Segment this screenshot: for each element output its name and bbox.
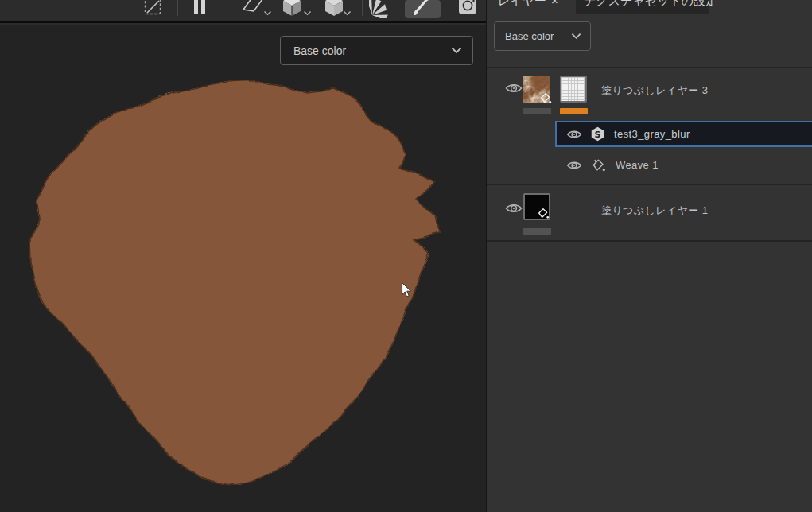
panel-divider: [487, 67, 812, 68]
particles-brush-button[interactable]: [368, 0, 392, 20]
fill-layer-content-thumbnail[interactable]: [523, 193, 550, 220]
textured-mesh-object[interactable]: [0, 25, 486, 512]
deselect-tool-button[interactable]: [141, 0, 165, 20]
toolbar-separator: [177, 0, 178, 16]
viewport-channel-value: Base color: [293, 45, 346, 57]
fill-bucket-icon: [539, 91, 552, 104]
chevron-down-icon: [451, 47, 462, 54]
paint-brush-icon: [412, 0, 434, 18]
viewport-channel-dropdown[interactable]: Base color: [280, 36, 473, 65]
visibility-eye-icon[interactable]: [505, 82, 523, 95]
texture-paint-app-window: Base color レイヤー × テクスチャセットの設定 Base color: [0, 0, 812, 512]
effect-row-weave-1[interactable]: Weave 1: [555, 152, 812, 178]
paint-tool-button[interactable]: [411, 0, 435, 20]
substance-logo-icon: S: [591, 126, 604, 142]
visibility-eye-icon[interactable]: [566, 160, 582, 171]
pause-engine-button[interactable]: [188, 0, 212, 20]
layer-name: 塗りつぶしレイヤー 3: [601, 83, 708, 98]
layer-name: 塗りつぶしレイヤー 1: [601, 204, 708, 218]
tab-layers-close-icon[interactable]: ×: [551, 0, 558, 7]
panel-channel-value: Base color: [505, 30, 554, 42]
toolbar-separator: [231, 0, 231, 16]
visibility-eye-icon[interactable]: [566, 129, 582, 140]
fill-bucket-icon: [591, 157, 606, 173]
effect-name: test3_gray_blur: [614, 128, 690, 140]
layers-panel: レイヤー × テクスチャセットの設定 Base color: [486, 0, 812, 512]
panel-tab-bar: レイヤー × テクスチャセットの設定: [487, 0, 812, 14]
panel-channel-dropdown[interactable]: Base color: [494, 21, 591, 51]
layer-group-divider: [487, 184, 812, 185]
plane-geometry-icon: [242, 0, 264, 17]
3d-viewport[interactable]: Base color: [0, 25, 486, 512]
deselect-icon: [142, 0, 163, 18]
toolbar-separator: [362, 0, 363, 16]
mesh-geometry-icon: [281, 0, 303, 18]
svg-text:S: S: [595, 130, 601, 140]
visibility-eye-icon[interactable]: [505, 202, 523, 215]
mouse-cursor: [402, 282, 413, 298]
tab-texture-set-settings-label: テクスチャセットの設定: [584, 0, 717, 9]
mesh-view-button[interactable]: [280, 0, 304, 20]
effect-row-test3-gray-blur[interactable]: S test3_gray_blur: [555, 121, 812, 147]
content-indicator-bar: [523, 108, 551, 114]
fill-bucket-icon: [537, 207, 550, 219]
tab-layers[interactable]: レイヤー: [498, 0, 546, 9]
render-camera-button[interactable]: [456, 0, 480, 20]
content-indicator-bar: [523, 228, 551, 235]
effect-name: Weave 1: [616, 159, 659, 171]
pause-icon: [189, 0, 210, 18]
chevron-down-icon: [571, 33, 581, 40]
chevron-down-icon[interactable]: [303, 10, 312, 16]
chevron-down-icon[interactable]: [263, 10, 272, 16]
fill-layer-content-thumbnail[interactable]: [523, 76, 550, 103]
layer-group-divider: [487, 240, 812, 242]
chevron-down-icon[interactable]: [343, 10, 352, 16]
mask-indicator-bar: [560, 108, 588, 114]
plane-view-button[interactable]: [241, 0, 265, 20]
solid-geometry-icon: [323, 0, 345, 18]
camera-render-icon: [457, 0, 479, 17]
particles-brush-icon: [369, 0, 391, 18]
top-toolbar: [0, 0, 486, 23]
fill-layer-mask-thumbnail[interactable]: [560, 76, 587, 103]
